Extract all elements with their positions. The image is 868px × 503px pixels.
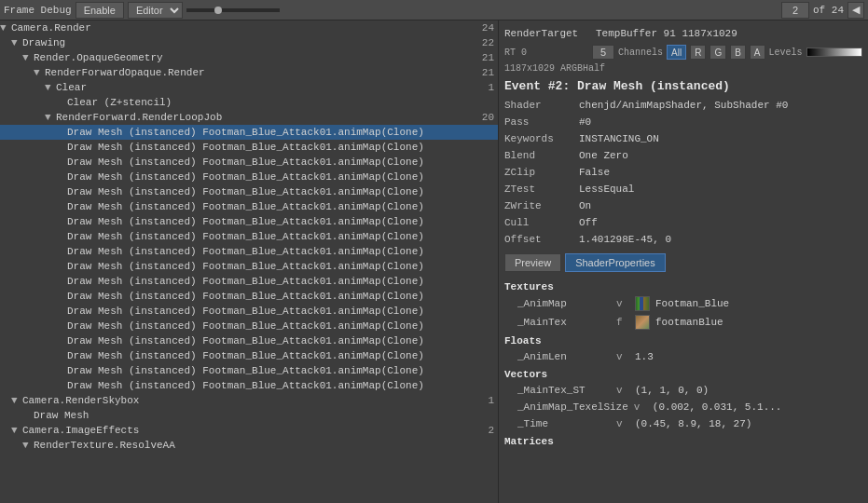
editor-select[interactable]: Editor [128, 2, 183, 19]
vector-row: _MainTex_STv(1, 1, 0, 0) [499, 382, 868, 399]
texture-type: f [616, 317, 629, 328]
tree-arrow-icon: ▼ [11, 425, 22, 436]
texture-name: _MainTex [517, 317, 611, 328]
preview-button[interactable]: Preview [504, 253, 561, 272]
property-name: Keywords [499, 130, 573, 147]
property-name: Cull [499, 214, 573, 231]
right-properties-panel: RenderTarget TempBuffer 91 1187x1029 RT … [499, 20, 868, 503]
tree-arrow-icon: ▼ [11, 37, 22, 48]
floats-header: Floats [499, 332, 868, 348]
tree-item[interactable]: ▼Clear1 [0, 80, 498, 95]
vector-value: (0.002, 0.031, 5.1... [653, 401, 782, 413]
tree-item-label: Draw Mesh (instanced) Footman_Blue_Attac… [67, 201, 494, 212]
texture-row: _AnimMapvFootman_Blue [499, 294, 868, 313]
texture-thumbnail[interactable] [635, 296, 650, 311]
tree-item[interactable]: ▼Camera.RenderSkybox1 [0, 393, 498, 408]
property-name: ZTest [499, 181, 573, 197]
tree-item[interactable]: Draw Mesh (instanced) Footman_Blue_Attac… [0, 259, 498, 274]
tree-item-label: Draw Mesh (instanced) Footman_Blue_Attac… [67, 350, 494, 361]
tree-item-count: 21 [478, 52, 494, 63]
levels-bar[interactable] [806, 48, 862, 57]
tree-item-count: 2 [484, 425, 494, 436]
tree-item[interactable]: Draw Mesh (instanced) Footman_Blue_Attac… [0, 214, 498, 229]
frame-slider[interactable] [186, 8, 280, 12]
tree-item[interactable]: ▼RenderForward.RenderLoopJob20 [0, 110, 498, 125]
tree-item[interactable]: Draw Mesh (instanced) Footman_Blue_Attac… [0, 140, 498, 155]
prev-frame-button[interactable]: ◀ [847, 2, 864, 19]
rt-num-input[interactable] [592, 45, 614, 60]
tree-item-count: 22 [478, 37, 494, 48]
property-value: #0 [573, 114, 868, 130]
tree-item[interactable]: Draw Mesh (instanced) Footman_Blue_Attac… [0, 170, 498, 184]
property-row: ZClipFalse [499, 164, 868, 181]
tree-item-label: Render.OpaqueGeometry [34, 52, 478, 63]
texture-type: v [616, 298, 629, 309]
tree-item[interactable]: ▼RenderForwardOpaque.Render21 [0, 65, 498, 80]
channel-all-button[interactable]: All [667, 45, 686, 60]
tree-item-label: Draw Mesh (instanced) Footman_Blue_Attac… [67, 142, 494, 153]
texture-thumbnail[interactable] [635, 315, 650, 330]
tree-item[interactable]: Draw Mesh [0, 408, 498, 423]
tree-item-label: Draw Mesh (instanced) Footman_Blue_Attac… [67, 231, 494, 242]
properties-table: Shaderchenjd/AnimMapShader, SubShader #0… [499, 97, 868, 248]
vector-type: v [616, 418, 629, 429]
tree-item[interactable]: ▼Camera.ImageEffects2 [0, 423, 498, 438]
tree-item[interactable]: Draw Mesh (instanced) Footman_Blue_Attac… [0, 184, 498, 199]
shader-properties-button[interactable]: ShaderProperties [565, 253, 666, 272]
tree-item[interactable]: ▼Drawing22 [0, 35, 498, 50]
enable-button[interactable]: Enable [76, 2, 124, 19]
tree-item[interactable]: Draw Mesh (instanced) Footman_Blue_Attac… [0, 199, 498, 214]
tree-item[interactable]: Clear (Z+stencil) [0, 95, 498, 110]
tree-item[interactable]: Draw Mesh (instanced) Footman_Blue_Attac… [0, 319, 498, 333]
tree-item[interactable]: Draw Mesh (instanced) Footman_Blue_Attac… [0, 274, 498, 289]
tree-item[interactable]: Draw Mesh (instanced) Footman_Blue_Attac… [0, 229, 498, 244]
tree-item-label: Clear [56, 82, 484, 93]
tree-item[interactable]: Draw Mesh (instanced) Footman_Blue_Attac… [0, 333, 498, 348]
tree-arrow-icon: ▼ [22, 440, 34, 451]
vector-row: _Timev(0.45, 8.9, 18, 27) [499, 415, 868, 432]
tree-item-label: RenderForwardOpaque.Render [45, 67, 478, 78]
tree-item[interactable]: Draw Mesh (instanced) Footman_Blue_Attac… [0, 348, 498, 363]
channel-a-button[interactable]: A [750, 45, 765, 60]
texture-name: _AnimMap [517, 298, 611, 309]
main-layout: ▼Camera.Render24▼Drawing22▼Render.Opaque… [0, 20, 868, 503]
tree-item[interactable]: Draw Mesh (instanced) Footman_Blue_Attac… [0, 378, 498, 393]
property-name: Shader [499, 97, 573, 114]
render-target-row: RenderTarget TempBuffer 91 1187x1029 [499, 24, 868, 43]
floats-list: _AnimLenv1.3 [499, 348, 868, 365]
tree-item[interactable]: ▼Camera.Render24 [0, 20, 498, 35]
property-row: CullOff [499, 214, 868, 231]
property-row: KeywordsINSTANCING_ON [499, 130, 868, 147]
tree-item[interactable]: Draw Mesh (instanced) Footman_Blue_Attac… [0, 155, 498, 170]
frame-counter: of 24 ◀ [781, 2, 864, 19]
property-name: Blend [499, 147, 573, 164]
tree-item-count: 24 [478, 22, 494, 34]
vector-name: _AnimMap_TexelSize [517, 401, 628, 413]
channel-r-button[interactable]: R [690, 45, 706, 60]
render-target-value: TempBuffer 91 1187x1029 [596, 28, 737, 39]
tree-item[interactable]: Draw Mesh (instanced) Footman_Blue_Attac… [0, 304, 498, 319]
property-value: LessEqual [573, 181, 868, 197]
tree-item[interactable]: Draw Mesh (instanced) Footman_Blue_Attac… [0, 244, 498, 259]
channel-g-button[interactable]: G [710, 45, 726, 60]
levels-label: Levels [769, 48, 803, 58]
property-name: ZClip [499, 164, 573, 181]
frame-number-input[interactable] [781, 2, 809, 19]
slider-thumb [214, 7, 222, 14]
tree-item[interactable]: Draw Mesh (instanced) Footman_Blue_Attac… [0, 125, 498, 140]
tree-item-label: Drawing [22, 37, 478, 48]
vector-value: (1, 1, 0, 0) [635, 385, 709, 396]
vector-row: _AnimMap_TexelSizev(0.002, 0.031, 5.1... [499, 399, 868, 415]
property-name: ZWrite [499, 197, 573, 214]
channel-b-button[interactable]: B [730, 45, 746, 60]
tree-item-label: RenderTexture.ResolveAA [34, 440, 494, 451]
channels-label: Channels [618, 48, 663, 58]
property-name: Offset [499, 231, 573, 248]
tree-item[interactable]: ▼RenderTexture.ResolveAA [0, 438, 498, 453]
tree-item[interactable]: ▼Render.OpaqueGeometry21 [0, 50, 498, 65]
tree-item[interactable]: Draw Mesh (instanced) Footman_Blue_Attac… [0, 289, 498, 304]
tree-arrow-icon: ▼ [0, 22, 11, 34]
tree-item[interactable]: Draw Mesh (instanced) Footman_Blue_Attac… [0, 363, 498, 378]
vector-name: _Time [517, 418, 611, 429]
float-name: _AnimLen [517, 351, 611, 362]
